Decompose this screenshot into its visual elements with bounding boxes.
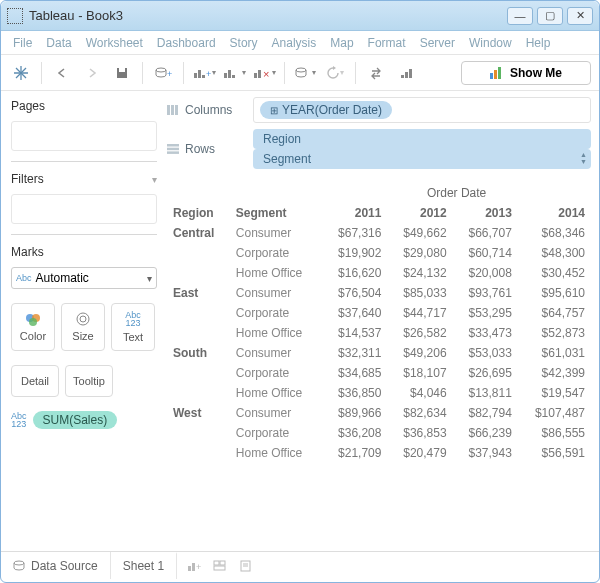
- svg-rect-9: [198, 70, 201, 78]
- svg-rect-16: [258, 70, 261, 78]
- menu-format[interactable]: Format: [368, 36, 406, 50]
- pages-shelf[interactable]: [11, 121, 157, 151]
- marks-color-label: Color: [20, 330, 46, 342]
- table-row: Corporate$19,902$29,080$60,714$48,300: [167, 243, 591, 263]
- marks-type-value: Automatic: [36, 271, 89, 285]
- viz-area: Columns ⊞ YEAR(Order Date) Rows RegionSe…: [167, 91, 599, 551]
- table-row: WestConsumer$89,966$82,634$82,794$107,48…: [167, 403, 591, 423]
- maximize-button[interactable]: ▢: [537, 7, 563, 25]
- new-story-tab-button[interactable]: [239, 560, 253, 572]
- marks-text-button[interactable]: Abc123 Text: [111, 303, 155, 351]
- svg-rect-19: [401, 75, 404, 78]
- svg-rect-8: [194, 73, 197, 78]
- table-row: Home Office$14,537$26,582$33,473$52,873: [167, 323, 591, 343]
- svg-text:+: +: [167, 69, 172, 79]
- marks-type-select[interactable]: Abc Automatic ▾: [11, 267, 157, 289]
- marks-text-label: Text: [123, 331, 143, 343]
- datasource-tab[interactable]: Data Source: [1, 552, 111, 579]
- year-header-2014: 2014: [518, 203, 591, 223]
- filters-shelf[interactable]: [11, 194, 157, 224]
- menu-story[interactable]: Story: [230, 36, 258, 50]
- segment-stepper-down[interactable]: ▼: [580, 158, 587, 165]
- svg-rect-12: [224, 73, 227, 78]
- save-button[interactable]: [110, 61, 134, 85]
- close-button[interactable]: ✕: [567, 7, 593, 25]
- show-me-icon: [490, 67, 504, 79]
- new-datasource-button[interactable]: +: [151, 61, 175, 85]
- svg-point-29: [80, 316, 86, 322]
- columns-shelf[interactable]: ⊞ YEAR(Order Date): [253, 97, 591, 123]
- svg-point-6: [156, 68, 166, 72]
- new-worksheet-tab-button[interactable]: +: [187, 560, 201, 572]
- back-button[interactable]: [50, 61, 74, 85]
- filters-shelf-label: Filters: [11, 172, 44, 186]
- table-row: SouthConsumer$32,311$49,206$53,033$61,03…: [167, 343, 591, 363]
- sort-asc-button[interactable]: [394, 61, 418, 85]
- table-row: CentralConsumer$67,316$49,662$66,707$68,…: [167, 223, 591, 243]
- marks-detail-button[interactable]: Detail: [11, 365, 59, 397]
- table-row: EastConsumer$76,504$85,033$93,761$95,610: [167, 283, 591, 303]
- filters-dropdown-icon[interactable]: ▾: [152, 174, 157, 185]
- svg-rect-15: [254, 73, 257, 78]
- row-pill-region[interactable]: Region: [253, 129, 591, 149]
- table-row: Corporate$34,685$18,107$26,695$42,399: [167, 363, 591, 383]
- segment-stepper-up[interactable]: ▲: [580, 151, 587, 158]
- svg-rect-24: [498, 67, 501, 79]
- svg-rect-20: [405, 72, 408, 78]
- new-dashboard-tab-button[interactable]: [213, 560, 227, 572]
- table-row: Home Office$16,620$24,132$20,008$30,452: [167, 263, 591, 283]
- sum-sales-pill[interactable]: SUM(Sales): [33, 411, 118, 429]
- crosstab: Order DateRegionSegment2011201220132014C…: [167, 183, 591, 463]
- minimize-button[interactable]: —: [507, 7, 533, 25]
- tableau-logo-icon[interactable]: [9, 61, 33, 85]
- menu-analysis[interactable]: Analysis: [272, 36, 317, 50]
- sheet1-tab[interactable]: Sheet 1: [111, 552, 177, 579]
- left-panel: Pages Filters ▾ Marks Abc Automatic ▾ Co…: [1, 91, 167, 551]
- marks-shelf-label: Marks: [11, 245, 157, 259]
- svg-rect-22: [490, 73, 493, 79]
- refresh-button[interactable]: ▾: [323, 61, 347, 85]
- svg-rect-5: [119, 68, 125, 72]
- menu-help[interactable]: Help: [526, 36, 551, 50]
- new-worksheet-button[interactable]: + ▾: [192, 61, 216, 85]
- svg-text:×: ×: [263, 68, 269, 80]
- size-icon: [75, 312, 91, 326]
- rows-icon: [167, 144, 179, 154]
- clear-sheet-button[interactable]: × ▾: [252, 61, 276, 85]
- marks-size-label: Size: [72, 330, 93, 342]
- menu-window[interactable]: Window: [469, 36, 512, 50]
- show-me-button[interactable]: Show Me: [461, 61, 591, 85]
- row-pill-segment[interactable]: Segment▲▼: [253, 149, 591, 169]
- svg-point-18: [296, 68, 306, 72]
- table-row: Corporate$36,208$36,853$66,239$86,555: [167, 423, 591, 443]
- forward-button[interactable]: [80, 61, 104, 85]
- titlebar: Tableau - Book3 — ▢ ✕: [1, 1, 599, 31]
- connect-live-button[interactable]: ▾: [293, 61, 317, 85]
- marks-tooltip-button[interactable]: Tooltip: [65, 365, 113, 397]
- marks-color-button[interactable]: Color: [11, 303, 55, 351]
- menu-file[interactable]: File: [13, 36, 32, 50]
- swap-button[interactable]: [364, 61, 388, 85]
- svg-rect-35: [167, 151, 179, 154]
- menu-server[interactable]: Server: [420, 36, 455, 50]
- svg-rect-14: [232, 75, 235, 78]
- datasource-icon: [13, 560, 25, 572]
- svg-rect-38: [192, 563, 195, 571]
- year-order-date-pill[interactable]: ⊞ YEAR(Order Date): [260, 101, 392, 119]
- svg-rect-31: [171, 105, 174, 115]
- rows-shelf[interactable]: RegionSegment▲▼: [253, 129, 591, 169]
- marks-size-button[interactable]: Size: [61, 303, 105, 351]
- svg-rect-30: [167, 105, 170, 115]
- svg-rect-41: [220, 561, 225, 565]
- columns-shelf-label: Columns: [167, 103, 245, 117]
- menu-worksheet[interactable]: Worksheet: [86, 36, 143, 50]
- region-col-header: Region: [167, 203, 230, 223]
- menu-dashboard[interactable]: Dashboard: [157, 36, 216, 50]
- table-row: Home Office$21,709$20,479$37,943$56,591: [167, 443, 591, 463]
- menu-data[interactable]: Data: [46, 36, 71, 50]
- svg-rect-37: [188, 566, 191, 571]
- duplicate-sheet-button[interactable]: ▾: [222, 61, 246, 85]
- menubar: FileDataWorksheetDashboardStoryAnalysisM…: [1, 31, 599, 55]
- menu-map[interactable]: Map: [330, 36, 353, 50]
- order-date-header: Order Date: [322, 183, 591, 203]
